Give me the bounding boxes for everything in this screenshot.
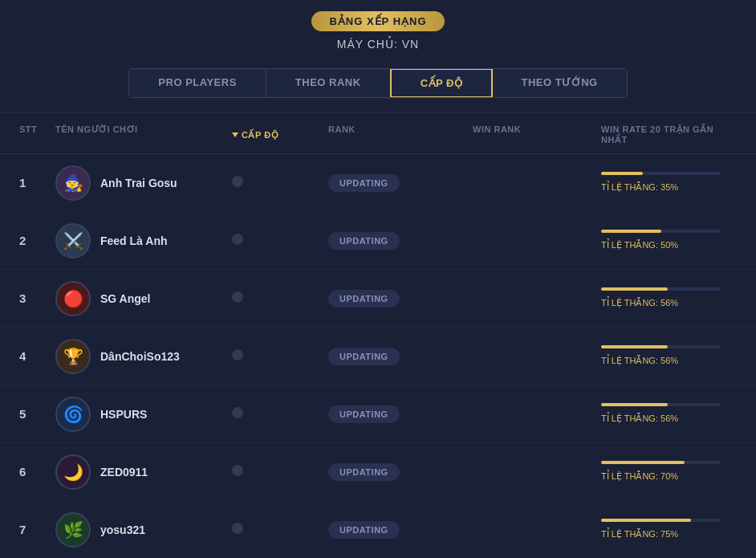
player-info: 🧙 Anh Trai Gosu: [55, 165, 232, 201]
divider: [0, 112, 756, 113]
level-col: [232, 465, 328, 479]
win-rate-col: TỈ LỆ THẮNG: 75%: [601, 519, 737, 540]
win-rate-label: TỈ LỆ THẮNG: 56%: [601, 298, 678, 308]
win-rate-col: TỈ LỆ THẮNG: 35%: [601, 172, 737, 193]
tab-theo-rank[interactable]: THEO RANK: [266, 69, 391, 97]
player-info: 🌀 HSPURS: [55, 397, 232, 432]
table-row: 4 🏆 DânChoiSo123 UPDATING TỈ LỆ THẮNG: 5…: [0, 328, 756, 385]
avatar: 🌿: [55, 512, 91, 548]
win-rate-col: TỈ LỆ THẮNG: 56%: [601, 287, 737, 309]
updating-badge: UPDATING: [328, 290, 400, 308]
level-col: [232, 176, 328, 190]
win-rate-bar-container: [601, 461, 721, 464]
win-rate-bar-container: [601, 172, 721, 175]
avatar: 🌀: [55, 397, 91, 432]
tab-cap-do[interactable]: CẤP ĐỘ: [390, 68, 494, 98]
level-col: [232, 523, 328, 537]
level-col: [232, 291, 328, 306]
level-dot-icon: [232, 523, 243, 534]
server-label: MÁY CHỦ: VN: [0, 38, 756, 51]
avatar-emoji: 🧙: [57, 167, 89, 199]
avatar: 🌙: [55, 454, 91, 490]
rank-col: UPDATING: [328, 290, 473, 308]
win-rate-col: TỈ LỆ THẮNG: 50%: [601, 230, 737, 251]
win-rate-label: TỈ LỆ THẮNG: 56%: [601, 413, 678, 423]
tab-theo-tuong[interactable]: THEO TƯỚNG: [492, 69, 626, 97]
win-rate-bar: [601, 461, 685, 464]
updating-badge: UPDATING: [328, 174, 400, 192]
player-name: ZED0911: [100, 466, 148, 479]
win-rate-label: TỈ LỆ THẮNG: 50%: [601, 240, 678, 250]
tab-pro-players[interactable]: PRO PLAYERS: [129, 69, 266, 97]
col-win-rate: WIN RATE 20 TRẬN GẦN NHẤT: [601, 124, 737, 145]
player-name: Feed Là Anh: [100, 234, 168, 247]
avatar-emoji: 🌙: [57, 456, 89, 488]
level-dot-icon: [232, 407, 243, 418]
avatar: 🔴: [55, 281, 91, 316]
table-row: 1 🧙 Anh Trai Gosu UPDATING TỈ LỆ THẮNG: …: [0, 154, 756, 212]
win-rate-bar: [601, 230, 661, 233]
rank-number: 6: [19, 465, 55, 479]
player-name: SG Angel: [100, 292, 151, 305]
player-name: HSPURS: [100, 408, 147, 421]
col-cap-do: CẤP ĐỘ: [232, 124, 328, 145]
win-rate-bar: [601, 403, 668, 406]
win-rate-col: TỈ LỆ THẮNG: 70%: [601, 461, 737, 483]
tab-bar: PRO PLAYERS THEO RANK CẤP ĐỘ THEO TƯỚNG: [128, 68, 627, 98]
level-col: [232, 234, 328, 248]
win-rate-bar-container: [601, 345, 721, 348]
level-col: [232, 407, 328, 422]
rank-col: UPDATING: [328, 463, 473, 481]
rank-number: 4: [19, 349, 55, 363]
player-name: DânChoiSo123: [100, 350, 180, 363]
rank-col: UPDATING: [328, 405, 473, 423]
table-row: 5 🌀 HSPURS UPDATING TỈ LỆ THẮNG: 56%: [0, 385, 756, 443]
win-rate-col: TỈ LỆ THẮNG: 56%: [601, 345, 737, 367]
level-dot-icon: [232, 176, 243, 187]
win-rate-label: TỈ LỆ THẮNG: 70%: [601, 471, 678, 481]
level-dot-icon: [232, 349, 243, 360]
updating-badge: UPDATING: [328, 232, 400, 250]
avatar: 🏆: [55, 339, 91, 374]
sort-arrow-icon: [232, 132, 238, 137]
avatar: 🧙: [55, 165, 91, 201]
updating-badge: UPDATING: [328, 463, 400, 481]
win-rate-label: TỈ LỆ THẮNG: 56%: [601, 356, 678, 365]
win-rate-bar: [601, 519, 691, 522]
level-dot-icon: [232, 234, 243, 245]
player-info: 🌿 yosu321: [55, 512, 232, 548]
avatar-emoji: 🔴: [57, 283, 89, 315]
col-stt: STT: [19, 124, 55, 145]
table-row: 3 🔴 SG Angel UPDATING TỈ LỆ THẮNG: 56%: [0, 270, 756, 328]
win-rate-bar-container: [601, 519, 721, 522]
level-dot-icon: [232, 465, 243, 476]
updating-badge: UPDATING: [328, 405, 400, 423]
updating-badge: UPDATING: [328, 521, 400, 539]
table-header: STT TÊN NGƯỜI CHƠI CẤP ĐỘ RANK WIN RANK …: [0, 116, 756, 154]
rank-number: 1: [19, 176, 55, 189]
table-row: 7 🌿 yosu321 UPDATING TỈ LỆ THẮNG: 75%: [0, 501, 756, 558]
win-rate-bar: [601, 345, 668, 348]
col-ten: TÊN NGƯỜI CHƠI: [55, 124, 232, 145]
player-name: yosu321: [100, 523, 145, 536]
win-rate-label: TỈ LỆ THẮNG: 75%: [601, 529, 678, 539]
player-info: ⚔️ Feed Là Anh: [55, 223, 232, 259]
col-win-rank: WIN RANK: [473, 124, 601, 145]
win-rate-bar-container: [601, 287, 721, 291]
win-rate-bar: [601, 287, 668, 291]
col-rank: RANK: [328, 124, 473, 145]
bang-xep-hang-badge: BẢNG XẾP HẠNG: [311, 11, 444, 31]
avatar-emoji: ⚔️: [57, 225, 89, 257]
level-dot-icon: [232, 291, 243, 303]
avatar-emoji: 🌀: [57, 398, 89, 430]
win-rate-bar: [601, 172, 643, 175]
rank-number: 3: [19, 291, 55, 305]
player-info: 🏆 DânChoiSo123: [55, 339, 232, 374]
win-rate-label: TỈ LỆ THẮNG: 35%: [601, 182, 678, 192]
rank-col: UPDATING: [328, 232, 473, 250]
header: BẢNG XẾP HẠNG MÁY CHỦ: VN: [0, 0, 756, 55]
rank-col: UPDATING: [328, 174, 473, 192]
win-rate-bar-container: [601, 230, 721, 233]
rank-number: 2: [19, 234, 55, 247]
avatar-emoji: 🏆: [57, 340, 89, 373]
